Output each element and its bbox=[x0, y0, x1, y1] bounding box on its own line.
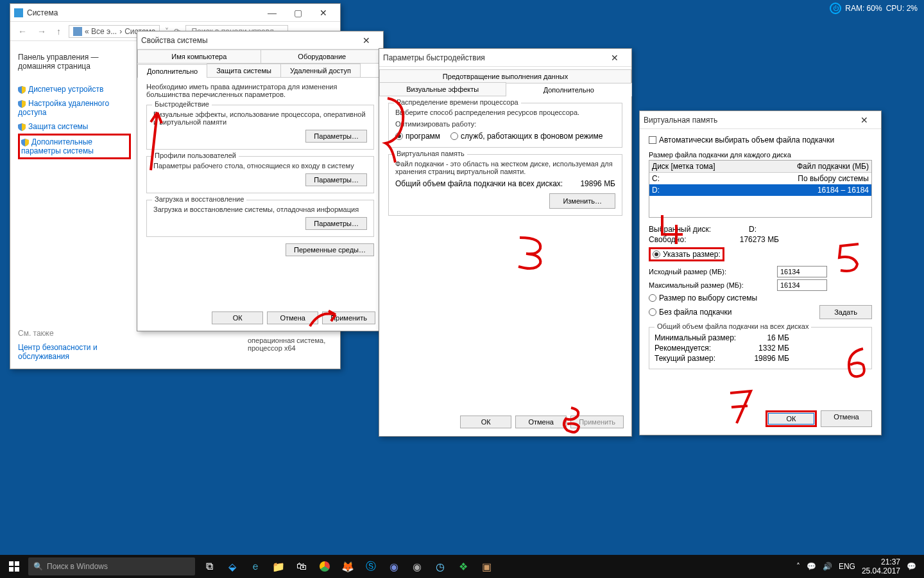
window-icon bbox=[14, 8, 23, 17]
total-paging-group: Общий объем файла подкачки на всех диска… bbox=[649, 327, 872, 369]
apply-button[interactable]: Применить bbox=[570, 416, 624, 428]
skype-icon[interactable]: Ⓢ bbox=[359, 555, 382, 578]
edge-icon[interactable]: ｅ bbox=[244, 555, 267, 578]
cancel-button[interactable]: Отмена bbox=[821, 410, 872, 427]
apply-button[interactable]: Применить bbox=[322, 311, 375, 324]
cpu-stat: CPU: 2% bbox=[886, 4, 918, 13]
ok-button[interactable]: ОК bbox=[212, 311, 263, 324]
tray-action-center-icon[interactable]: 💬 bbox=[907, 562, 916, 571]
set-button[interactable]: Задать bbox=[819, 305, 872, 319]
perfopts-titlebar[interactable]: Параметры быстродействия ✕ bbox=[379, 49, 631, 67]
tab-advanced[interactable]: Дополнительно bbox=[137, 64, 207, 78]
app-icon[interactable]: ▣ bbox=[475, 555, 498, 578]
radio-no-paging[interactable]: Без файла подкачки bbox=[649, 308, 732, 317]
svg-rect-3 bbox=[15, 567, 19, 572]
shield-icon bbox=[18, 100, 26, 108]
ok-button[interactable]: ОК bbox=[766, 410, 817, 427]
list-item[interactable]: D:16184 – 16184 bbox=[649, 184, 871, 196]
maximize-icon[interactable]: ▢ bbox=[285, 4, 311, 21]
performance-settings-button[interactable]: Параметры… bbox=[305, 130, 367, 143]
advanced-system-settings-link[interactable]: Дополнительные параметры системы bbox=[18, 134, 131, 159]
user-profiles-group: Профили пользователей Параметры рабочего… bbox=[146, 156, 374, 193]
system-titlebar[interactable]: Система — ▢ ✕ bbox=[10, 4, 340, 22]
nav-back-icon[interactable]: ← bbox=[15, 26, 30, 37]
tab-dep[interactable]: Предотвращение выполнения данных bbox=[379, 69, 631, 83]
svg-rect-1 bbox=[15, 561, 19, 566]
profiles-settings-button[interactable]: Параметры… bbox=[305, 173, 367, 186]
app-icon[interactable]: ❖ bbox=[452, 555, 475, 578]
tray-clock[interactable]: 21:37 25.04.2017 bbox=[862, 557, 900, 576]
auto-manage-checkbox[interactable]: Автоматически выбирать объем файла подка… bbox=[649, 136, 834, 144]
svg-rect-0 bbox=[9, 561, 13, 566]
perfopts-tabs: Предотвращение выполнения данных Визуаль… bbox=[379, 67, 631, 96]
tab-computer-name[interactable]: Имя компьютера bbox=[137, 49, 261, 63]
tray-up-icon[interactable]: ˄ bbox=[796, 562, 800, 571]
cancel-button[interactable]: Отмена bbox=[515, 416, 567, 428]
sysprops-tabs-row1: Имя компьютера Оборудование bbox=[137, 49, 383, 64]
tray-volume-icon[interactable]: 🔊 bbox=[823, 562, 832, 571]
radio-services[interactable]: служб, работающих в фоновом режиме bbox=[450, 132, 603, 141]
security-center-link[interactable]: Центр безопасности и обслуживания bbox=[18, 340, 131, 363]
cp-home-link[interactable]: Панель управления — домашняя страница bbox=[18, 50, 131, 73]
sysprops-tabs-row2: Дополнительно Защита системы Удаленный д… bbox=[137, 64, 383, 78]
ok-button[interactable]: ОК bbox=[460, 416, 511, 428]
max-size-input[interactable] bbox=[777, 279, 827, 291]
sysprops-titlebar[interactable]: Свойства системы ✕ bbox=[137, 31, 383, 49]
explorer-icon[interactable]: 📁 bbox=[267, 555, 290, 578]
remote-settings-link[interactable]: Настройка удаленного доступа bbox=[18, 96, 131, 119]
nav-fwd-icon[interactable]: → bbox=[35, 26, 49, 37]
list-item[interactable]: C:По выбору системы bbox=[649, 173, 871, 184]
radio-programs[interactable]: программ bbox=[395, 132, 440, 141]
startup-settings-button[interactable]: Параметры… bbox=[305, 217, 367, 230]
close-icon[interactable]: ✕ bbox=[354, 31, 379, 49]
nav-up-icon[interactable]: ↑ bbox=[54, 26, 64, 37]
search-icon: 🔍 bbox=[33, 562, 43, 571]
free-space: 176273 МБ bbox=[740, 235, 779, 244]
tab-perf-advanced[interactable]: Дополнительно bbox=[506, 83, 633, 96]
close-icon[interactable]: ✕ bbox=[311, 4, 336, 21]
processor-scheduling-group: Распределение времени процессора Выберит… bbox=[388, 103, 622, 148]
device-manager-link[interactable]: Диспетчер устройств bbox=[18, 82, 131, 96]
steam-icon[interactable]: ◉ bbox=[406, 555, 429, 578]
change-vmem-button[interactable]: Изменить… bbox=[549, 193, 615, 209]
radio-system-managed[interactable]: Размер по выбору системы bbox=[649, 293, 872, 302]
close-icon[interactable]: ✕ bbox=[602, 49, 628, 66]
tray-notification-icon[interactable]: 💬 bbox=[807, 562, 816, 571]
taskbar-search[interactable]: 🔍Поиск в Windows bbox=[28, 557, 195, 575]
tab-visual-effects[interactable]: Визуальные эффекты bbox=[379, 82, 506, 96]
shield-icon bbox=[21, 139, 29, 146]
discord-icon[interactable]: ◉ bbox=[382, 555, 406, 578]
power-icon: ⏻ bbox=[830, 3, 841, 14]
close-icon[interactable]: ✕ bbox=[851, 111, 877, 128]
system-title: Система bbox=[27, 8, 259, 17]
shield-icon bbox=[18, 123, 26, 131]
drive-listbox[interactable]: Диск [метка тома]Файл подкачки (МБ) C:По… bbox=[649, 160, 872, 218]
virtual-memory-dialog: Виртуальная память ✕ Автоматически выбир… bbox=[639, 110, 882, 435]
cancel-button[interactable]: Отмена bbox=[267, 311, 318, 324]
vmem-total-value: 19896 МБ bbox=[580, 179, 615, 188]
system-protection-link[interactable]: Защита системы bbox=[18, 119, 131, 134]
chrome-icon[interactable] bbox=[313, 555, 336, 578]
sysprops-intro: Необходимо иметь права администратора дл… bbox=[137, 78, 383, 98]
taskbar[interactable]: 🔍Поиск в Windows ⧉ ⬙ ｅ 📁 🛍 🦊 Ⓢ ◉ ◉ ◷ ❖ ▣… bbox=[0, 555, 924, 578]
vmem-titlebar[interactable]: Виртуальная память ✕ bbox=[640, 111, 881, 129]
windows-icon bbox=[9, 561, 19, 572]
initial-size-input[interactable] bbox=[777, 266, 827, 277]
tray-lang[interactable]: ENG bbox=[839, 562, 855, 571]
virtual-memory-group: Виртуальная память Файл подкачки - это о… bbox=[388, 154, 622, 216]
task-view-icon[interactable]: ⧉ bbox=[198, 555, 221, 578]
minimize-icon[interactable]: — bbox=[259, 4, 285, 21]
performance-group: Быстродействие Визуальные эффекты, испол… bbox=[146, 105, 374, 150]
env-vars-button[interactable]: Переменные среды… bbox=[286, 243, 374, 256]
tab-hardware[interactable]: Оборудование bbox=[261, 49, 384, 63]
store-icon[interactable]: 🛍 bbox=[290, 555, 313, 578]
tab-remote[interactable]: Удаленный доступ bbox=[280, 64, 361, 77]
start-button[interactable] bbox=[3, 555, 26, 578]
dropbox-icon[interactable]: ⬙ bbox=[221, 555, 244, 578]
firefox-icon[interactable]: 🦊 bbox=[336, 555, 359, 578]
tab-system-protection[interactable]: Защита системы bbox=[207, 64, 281, 77]
shield-icon bbox=[18, 86, 26, 94]
radio-custom-size[interactable]: Указать размер: bbox=[649, 247, 724, 261]
see-also-label: См. также bbox=[18, 326, 131, 340]
app-icon[interactable]: ◷ bbox=[429, 555, 452, 578]
